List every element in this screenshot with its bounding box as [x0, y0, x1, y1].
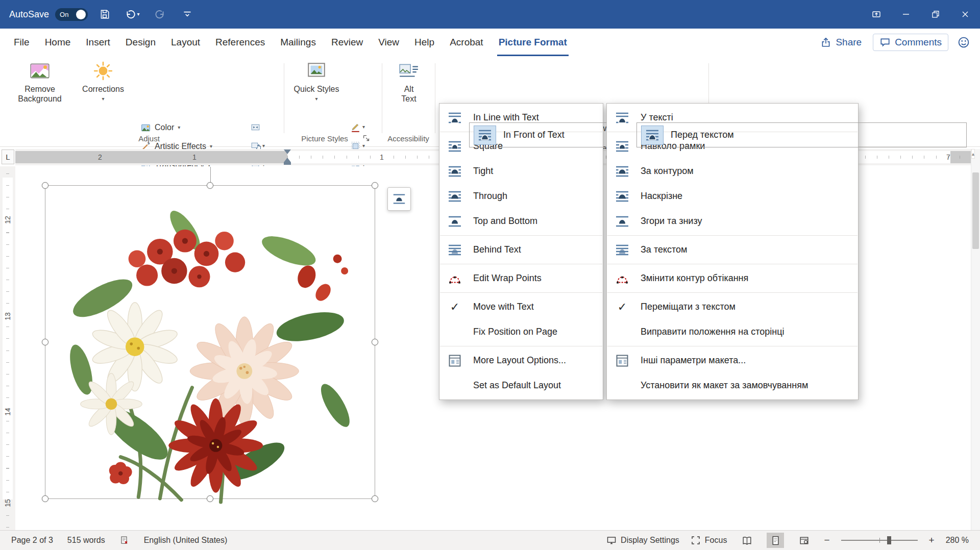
scroll-up-button[interactable]: ▴	[971, 149, 975, 159]
menu-item-in-front-of-text-uk[interactable]: Перед текстом	[636, 122, 967, 147]
menu-item-more-layout-options[interactable]: More Layout Options...	[439, 348, 603, 373]
menu-item-set-as-default-layout-uk[interactable]: Установити як макет за замовчуванням	[607, 373, 858, 398]
menu-item-behind-text[interactable]: Behind Text	[439, 237, 603, 262]
tab-insert[interactable]: Insert	[78, 29, 118, 56]
quick-styles-button[interactable]: Quick Styles ▾	[290, 60, 343, 102]
wrap-through-icon	[611, 187, 633, 206]
ribbon-display-options-button[interactable]	[862, 0, 891, 29]
print-layout-button[interactable]	[767, 533, 784, 548]
resize-handle-top-right[interactable]	[372, 182, 378, 189]
zoom-slider-thumb[interactable]	[887, 536, 891, 544]
picture-border-button[interactable]: ▾	[348, 119, 367, 135]
layout-options-button[interactable]	[387, 187, 411, 211]
word-count[interactable]: 515 words	[67, 536, 105, 545]
close-button[interactable]	[950, 0, 980, 29]
resize-handle-top-left[interactable]	[42, 182, 48, 189]
display-settings-button[interactable]: Display Settings	[606, 535, 679, 545]
zoom-out-button[interactable]: −	[824, 535, 829, 546]
tab-stop-selector[interactable]: L	[2, 149, 14, 164]
restore-button[interactable]	[921, 0, 950, 29]
resize-handle-top-center[interactable]	[207, 182, 213, 189]
tab-layout[interactable]: Layout	[163, 29, 208, 56]
resize-handle-middle-left[interactable]	[42, 339, 48, 345]
save-button[interactable]	[94, 4, 115, 25]
page-indicator[interactable]: Page 2 of 3	[11, 536, 53, 545]
undo-button[interactable]: ▾	[121, 4, 143, 25]
menu-separator	[440, 292, 602, 293]
menu-item-edit-wrap-points-uk[interactable]: Змінити контур обтікання	[607, 266, 858, 291]
left-indent-marker[interactable]	[284, 162, 291, 165]
hanging-indent-marker[interactable]	[284, 158, 291, 162]
ruler-number: 13	[4, 312, 12, 320]
corrections-button[interactable]: Corrections ▾	[75, 60, 132, 102]
menu-item-through[interactable]: Through	[439, 184, 603, 209]
menu-item-top-and-bottom[interactable]: Top and Bottom	[439, 209, 603, 234]
word-window: AutoSave On ▾ File Home Insert Design La…	[0, 0, 980, 550]
tab-references[interactable]: References	[208, 29, 273, 56]
language-indicator[interactable]: English (United States)	[144, 536, 228, 545]
wrap-text-menu-ukrainian: У тексті Навколо рамки За контуром Наскр…	[606, 103, 859, 400]
zoom-in-button[interactable]: +	[929, 535, 935, 546]
web-layout-icon	[799, 535, 810, 546]
redo-button[interactable]	[149, 4, 170, 25]
alt-text-button[interactable]: Alt Text	[387, 60, 431, 104]
comments-button[interactable]: Comments	[873, 34, 948, 51]
minimize-button[interactable]	[891, 0, 921, 29]
resize-handle-bottom-center[interactable]	[207, 495, 213, 502]
tab-mailings[interactable]: Mailings	[273, 29, 324, 56]
tab-review[interactable]: Review	[324, 29, 371, 56]
redo-icon	[154, 9, 165, 20]
menu-item-set-as-default-layout[interactable]: Set as Default Layout	[439, 373, 603, 398]
tab-view[interactable]: View	[371, 29, 407, 56]
vertical-ruler[interactable]: 12 13 14 15	[0, 166, 15, 530]
selected-picture[interactable]	[45, 185, 375, 499]
menu-item-top-and-bottom-uk[interactable]: Згори та знизу	[607, 209, 858, 234]
layout-dialog-icon	[611, 351, 633, 370]
wrap-square-icon	[444, 137, 466, 156]
resize-handle-bottom-left[interactable]	[42, 495, 48, 502]
compress-pictures-icon	[250, 122, 261, 133]
zoom-level[interactable]: 280 %	[946, 536, 969, 545]
resize-handle-bottom-right[interactable]	[372, 495, 378, 502]
quick-styles-icon	[306, 60, 327, 82]
tab-design[interactable]: Design	[118, 29, 163, 56]
tab-home[interactable]: Home	[37, 29, 79, 56]
menu-item-through-uk[interactable]: Наскрізне	[607, 184, 858, 209]
menu-item-tight[interactable]: Tight	[439, 159, 603, 184]
picture-styles-dialog-launcher[interactable]	[361, 134, 372, 144]
compress-pictures-button[interactable]	[248, 119, 263, 135]
zoom-slider[interactable]	[841, 540, 918, 541]
remove-background-button[interactable]: Remove Background	[14, 60, 65, 104]
menu-item-fix-position-on-page-uk[interactable]: Виправити положення на сторінці	[607, 319, 858, 344]
menu-item-edit-wrap-points[interactable]: Edit Wrap Points	[439, 266, 603, 291]
menu-item-move-with-text-uk[interactable]: ✓Переміщати з текстом	[607, 294, 858, 319]
menu-item-tight-uk[interactable]: За контуром	[607, 159, 858, 184]
resize-handle-middle-right[interactable]	[372, 339, 378, 345]
scrollbar-thumb[interactable]	[972, 172, 979, 249]
tab-file[interactable]: File	[6, 29, 37, 56]
menu-item-behind-text-uk[interactable]: За текстом	[607, 237, 858, 262]
read-mode-button[interactable]	[738, 533, 755, 548]
checkmark-icon: ✓	[444, 297, 466, 317]
read-mode-icon	[742, 535, 752, 546]
tab-picture-format[interactable]: Picture Format	[491, 29, 575, 56]
menu-item-more-layout-options-uk[interactable]: Інші параметри макета...	[607, 348, 858, 373]
tab-acrobat[interactable]: Acrobat	[442, 29, 491, 56]
autosave-toggle[interactable]: On	[55, 8, 88, 21]
menu-item-move-with-text[interactable]: ✓Move with Text	[439, 294, 603, 319]
share-button[interactable]: Share	[814, 34, 868, 51]
vertical-scrollbar[interactable]: ▴	[971, 149, 980, 530]
web-layout-button[interactable]	[795, 533, 813, 548]
wrap-top-bottom-icon	[444, 212, 466, 231]
ruler-number: 1	[380, 153, 384, 161]
tab-help[interactable]: Help	[407, 29, 442, 56]
feedback-button[interactable]	[953, 32, 974, 53]
customize-quick-access-toolbar-button[interactable]	[177, 4, 198, 25]
proofing-status-button[interactable]	[119, 535, 130, 545]
blank-icon	[444, 376, 466, 395]
first-line-indent-marker[interactable]	[284, 149, 291, 154]
menu-item-fix-position-on-page[interactable]: Fix Position on Page	[439, 319, 603, 344]
focus-button[interactable]: Focus	[691, 535, 727, 545]
menu-separator	[440, 346, 602, 346]
caret-down-icon: ▾	[262, 143, 265, 148]
